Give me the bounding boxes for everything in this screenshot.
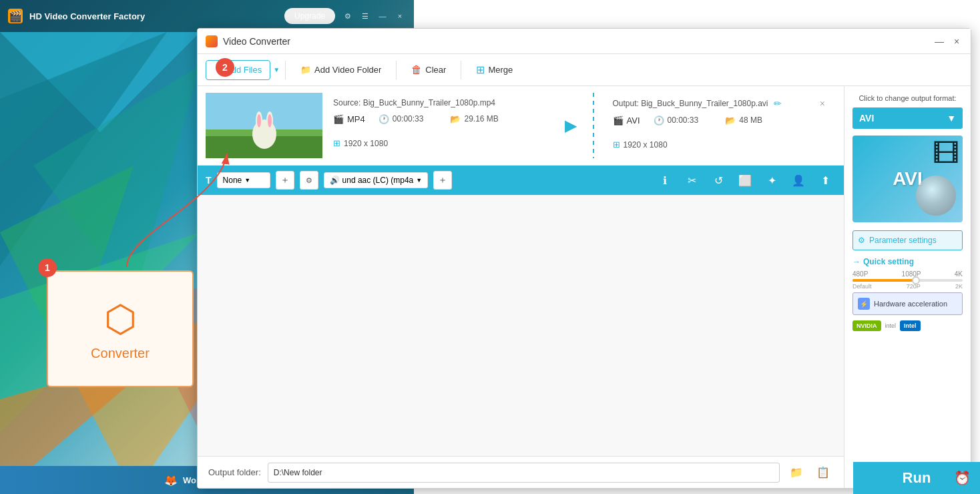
merge-button[interactable]: ⊞ Merge (467, 59, 522, 80)
quick-setting-arrow-icon: → (852, 257, 861, 266)
format-dropdown-arrow: ▼ (947, 113, 956, 123)
edit-filename-icon[interactable]: ✏ (774, 98, 782, 109)
clear-button[interactable]: 🗑 Clear (402, 60, 455, 80)
subtitle-dropdown-arrow: ▼ (244, 177, 250, 184)
output-folder-bar: Output folder: 📁 📋 (198, 456, 844, 488)
label-480p: 480P (852, 270, 868, 278)
rotate-icon-btn[interactable]: ↺ (708, 170, 729, 191)
vc-close-btn[interactable]: × (951, 35, 963, 47)
vc-minimize-btn[interactable]: — (933, 35, 945, 47)
resolution-icon: ⊞ (333, 138, 340, 148)
source-size-item: 📂 29.16 MB (450, 114, 498, 124)
source-format: MP4 (347, 114, 365, 124)
output-duration: 00:00:33 (668, 115, 699, 125)
audio-track-dropdown[interactable]: 🔊 und aac (LC) (mp4a ▼ (324, 172, 429, 188)
vc-titlebar: Video Converter — × (198, 29, 971, 54)
source-size: 29.16 MB (464, 114, 498, 123)
output-filename: Output: Big_Buck_Bunny_Trailer_1080p.avi (613, 99, 768, 108)
format-name: AVI (859, 113, 874, 123)
edit-area (198, 195, 844, 456)
cut-icon-btn[interactable]: ✂ (681, 170, 702, 191)
parameter-settings-button[interactable]: ⚙ Parameter settings (852, 230, 963, 250)
intel-logo: Intel (900, 320, 921, 331)
output-format: AVI (627, 115, 640, 126)
toolbar-divider-3 (461, 61, 461, 79)
file-item-row: Source: Big_Buck_Bunny_Trailer_1080p.mp4… (198, 86, 844, 166)
close-file-icon[interactable]: × (820, 98, 825, 109)
bg-settings-icon[interactable]: ⚙ (342, 10, 354, 22)
subtitle-edit-icon-btn[interactable]: ⬆ (814, 170, 836, 191)
disc-icon (916, 176, 956, 216)
source-duration: 00:00:33 (393, 114, 424, 123)
slider-thumb[interactable] (912, 276, 920, 284)
vc-toolbar: ＋ Add Files ▼ 📁 Add Video Folder 🗑 Clear… (198, 54, 971, 86)
info-icon-btn[interactable]: ℹ (654, 170, 676, 191)
add-video-folder-button[interactable]: 📁 Add Video Folder (291, 61, 391, 79)
subtitle-settings-btn[interactable]: ⚙ (300, 171, 318, 190)
audio-track-value: und aac (LC) (mp4a (342, 176, 414, 185)
vc-app-logo (206, 35, 218, 47)
browse-folder-button[interactable]: 📁 (786, 463, 806, 483)
trash-icon: 🗑 (411, 64, 422, 76)
dashed-separator (593, 93, 594, 158)
wonderfox-logo-icon: 🦊 (164, 474, 178, 487)
bg-close-icon[interactable]: × (394, 10, 406, 22)
right-panel: Click to change output format: AVI ▼ AVI… (844, 86, 971, 488)
source-duration-item: 🕐 00:00:33 (379, 114, 424, 124)
output-res-icon: ⊞ (613, 140, 620, 150)
film-strip-icon: 🎞 (933, 139, 959, 169)
folder-video-icon: 📁 (300, 65, 311, 75)
hw-accel-label: Hardware acceleration (874, 300, 947, 308)
thumbnail-image (206, 93, 322, 158)
audio-dropdown-arrow: ▼ (416, 177, 422, 184)
crop-icon-btn[interactable]: ⬜ (734, 170, 756, 191)
vc-main-panel: Source: Big_Buck_Bunny_Trailer_1080p.mp4… (198, 86, 844, 488)
watermark-icon-btn[interactable]: 👤 (788, 170, 809, 191)
vc-content-area: Source: Big_Buck_Bunny_Trailer_1080p.mp4… (198, 86, 971, 488)
file-source-section: Source: Big_Buck_Bunny_Trailer_1080p.mp4… (322, 93, 557, 158)
open-output-button[interactable]: 📋 (813, 463, 833, 483)
add-files-dropdown-arrow[interactable]: ▼ (273, 66, 280, 73)
run-button[interactable]: Run (903, 469, 931, 487)
format-icon: 🎬 (333, 114, 344, 124)
add-subtitle-btn[interactable]: ＋ (276, 171, 294, 190)
output-format-item: 🎬 AVI (613, 115, 640, 126)
toolbar-divider-1 (285, 61, 286, 79)
source-meta: 🎬 MP4 🕐 00:00:33 📂 29.16 MB (333, 113, 546, 148)
output-format-selector[interactable]: AVI ▼ (852, 107, 963, 129)
label-4k: 4K (955, 270, 963, 278)
output-path-input[interactable] (268, 463, 780, 483)
slider-top-labels: 480P 1080P 4K (852, 270, 963, 278)
tick-default: Default (852, 283, 872, 290)
converter-label: Converter (91, 346, 150, 361)
file-output-section: Output: Big_Buck_Bunny_Trailer_1080p.avi… (602, 93, 836, 158)
tick-720p: 720P (907, 283, 921, 290)
format-preview: AVI 🎞 (852, 136, 963, 222)
tick-2k: 2K (955, 283, 963, 290)
hardware-acceleration-button[interactable]: ⚡ Hardware acceleration (852, 292, 963, 315)
add-audio-btn[interactable]: ＋ (433, 171, 452, 190)
output-duration-item: 🕐 00:00:33 (654, 115, 699, 126)
source-format-item: 🎬 MP4 (333, 114, 365, 124)
converter-icon: ⬡ (104, 297, 137, 340)
edit-toolbar: T None ▼ ＋ ⚙ 🔊 und aac (LC) (mp4a ▼ ＋ ℹ (198, 166, 844, 195)
intel-brand-icon: intel (885, 322, 897, 329)
bg-minimize-icon[interactable]: — (377, 10, 389, 22)
convert-arrow: ▶ (557, 93, 585, 158)
alarm-icon[interactable]: ⏰ (954, 470, 971, 486)
output-resolution: 1920 x 1080 (624, 140, 668, 150)
effects-icon-btn[interactable]: ✦ (761, 170, 782, 191)
bg-menu-icon[interactable]: ☰ (359, 10, 371, 22)
subtitle-value: None (223, 176, 242, 185)
nvidia-logo: NVIDIA (852, 320, 881, 331)
right-arrow-icon: ▶ (565, 116, 577, 135)
merge-icon: ⊞ (476, 63, 485, 76)
subtitle-dropdown[interactable]: None ▼ (217, 172, 270, 188)
upgrade-button[interactable]: Upgrade (284, 8, 335, 24)
converter-box[interactable]: ⬡ Converter (47, 270, 194, 387)
gpu-logos: NVIDIA intel Intel (852, 320, 963, 331)
source-filename: Source: Big_Buck_Bunny_Trailer_1080p.mp4 (333, 98, 546, 107)
slider-bottom-labels: Default 720P 2K (852, 283, 963, 290)
output-folder-label: Output folder: (208, 467, 261, 477)
output-clock-icon: 🕐 (654, 115, 664, 126)
